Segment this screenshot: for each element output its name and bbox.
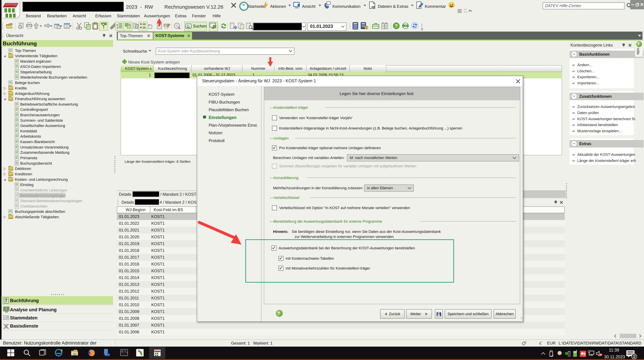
svg-text:C:\_: C:\_ bbox=[122, 350, 128, 353]
svg-text:€: € bbox=[539, 341, 542, 346]
svg-text:2: 2 bbox=[633, 354, 635, 359]
svg-text:€: € bbox=[366, 26, 367, 29]
svg-text:LEX: LEX bbox=[403, 24, 408, 27]
svg-text:?: ? bbox=[395, 23, 398, 28]
